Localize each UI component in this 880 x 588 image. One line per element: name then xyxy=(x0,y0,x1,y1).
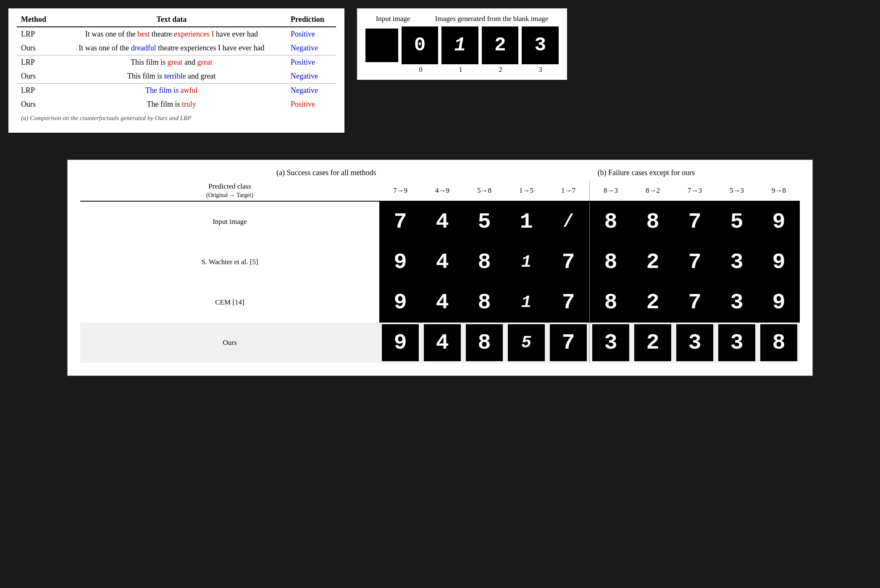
digit-cell: 2 xyxy=(632,282,674,323)
col-8to2: 8→2 xyxy=(632,181,674,201)
image-generation-panel: Input image Images generated from the bl… xyxy=(357,8,567,80)
digit-cell: 3 xyxy=(716,242,758,282)
prediction-cell: Negative xyxy=(286,84,336,98)
image-panel-header: Input image Images generated from the bl… xyxy=(365,15,559,23)
method-cell: LRP xyxy=(17,84,57,98)
method-cell: LRP xyxy=(17,27,57,41)
digit-cell: 5 xyxy=(716,201,758,242)
col-1to5: 1→5 xyxy=(505,181,547,201)
ours-row: Ours 9 4 8 5 7 3 2 3 3 8 xyxy=(80,323,800,363)
table-caption: (a) Comparison on the counterfactuals ge… xyxy=(17,111,336,124)
method-cell: LRP xyxy=(17,55,57,70)
image-labels: 0 1 2 3 xyxy=(365,64,559,74)
digit-cell: 7 xyxy=(674,242,716,282)
text-cell: This film is great and great xyxy=(57,55,286,70)
digit-cell: 8 xyxy=(758,323,800,363)
digit-cell: 9 xyxy=(379,323,421,363)
digit-cell: 8 xyxy=(590,282,632,323)
digit-cell: 8 xyxy=(463,242,505,282)
digit-cell: 8 xyxy=(463,323,505,363)
digit-cell: 7 xyxy=(547,242,590,282)
digit-cell: 8 xyxy=(632,201,674,242)
generated-digit-1: 1 xyxy=(441,26,478,64)
table-row: Ours The film is truly Positive xyxy=(17,97,336,111)
generated-images-label: Images generated from the blank image xyxy=(435,15,549,23)
digit-cell: 4 xyxy=(421,201,463,242)
wachter-row: S. Wachter et al. [5] 9 4 8 1 7 8 2 7 3 … xyxy=(80,242,800,282)
prediction-cell: Positive xyxy=(286,27,336,41)
digit-cell: 9 xyxy=(758,282,800,323)
predicted-class-header: Predicted class (Original → Target) xyxy=(80,181,379,201)
cem-row: CEM [14] 9 4 8 1 7 8 2 7 3 9 xyxy=(80,282,800,323)
input-image-box xyxy=(365,29,398,62)
text-cell: It was one of the dreadful theatre exper… xyxy=(57,41,286,55)
digit-cell: 1 xyxy=(505,242,547,282)
input-image-label: Input image xyxy=(376,15,410,23)
generated-digit-3: 3 xyxy=(522,26,559,64)
method-cell: Ours xyxy=(17,97,57,111)
prediction-cell: Positive xyxy=(286,55,336,70)
digit-cell: 4 xyxy=(421,282,463,323)
digit-cell: 1 xyxy=(505,201,547,242)
table-row: LRP It was one of the best theatre exper… xyxy=(17,27,336,41)
col-prediction: Prediction xyxy=(286,13,336,27)
digit-cell: / xyxy=(547,201,590,242)
digit-label-0: 0 xyxy=(402,66,439,74)
digit-cell: 9 xyxy=(379,282,421,323)
input-image-row-label: Input image xyxy=(80,201,379,242)
input-image-row: Input image 7 4 5 1 / 8 8 7 5 9 xyxy=(80,201,800,242)
digit-label-1: 1 xyxy=(442,66,479,74)
table-caption-row: (a) Comparison on the counterfactuals ge… xyxy=(17,111,336,124)
col-1to7: 1→7 xyxy=(547,181,590,201)
digit-cell: 5 xyxy=(505,323,547,363)
digit-comparison-panel: (a) Success cases for all methods (b) Fa… xyxy=(67,160,813,376)
col-9to8: 9→8 xyxy=(758,181,800,201)
digit-cell: 8 xyxy=(463,282,505,323)
col-7to3: 7→3 xyxy=(674,181,716,201)
text-cell: The film is awful xyxy=(57,84,286,98)
prediction-cell: Positive xyxy=(286,97,336,111)
digit-cell: 4 xyxy=(421,242,463,282)
ours-row-label: Ours xyxy=(80,323,379,363)
table-row: Ours It was one of the dreadful theatre … xyxy=(17,41,336,55)
col-5to3: 5→3 xyxy=(716,181,758,201)
text-comparison-table: Method Text data Prediction LRP It was o… xyxy=(8,8,344,133)
digit-cell: 7 xyxy=(547,323,590,363)
text-cell: The film is truly xyxy=(57,97,286,111)
col-8to3: 8→3 xyxy=(590,181,632,201)
digit-cell: 3 xyxy=(674,323,716,363)
method-cell: Ours xyxy=(17,69,57,84)
digit-cell: 4 xyxy=(421,323,463,363)
section-headers: (a) Success cases for all methods (b) Fa… xyxy=(80,168,800,177)
digit-cell: 3 xyxy=(716,323,758,363)
section-b-label: (b) Failure cases except for ours xyxy=(493,168,800,177)
table-row: LRP This film is great and great Positiv… xyxy=(17,55,336,70)
digit-cell: 5 xyxy=(463,201,505,242)
digit-cell: 3 xyxy=(590,323,632,363)
digit-cell: 7 xyxy=(674,201,716,242)
prediction-cell: Negative xyxy=(286,69,336,84)
table-row: LRP The film is awful Negative xyxy=(17,84,336,98)
digit-cell: 1 xyxy=(505,282,547,323)
text-cell: This film is terrible and great xyxy=(57,69,286,84)
digit-cell: 3 xyxy=(716,282,758,323)
table-row: Ours This film is terrible and great Neg… xyxy=(17,69,336,84)
digit-cell: 2 xyxy=(632,242,674,282)
method-cell: Ours xyxy=(17,41,57,55)
digit-cell: 9 xyxy=(758,242,800,282)
digit-label-2: 2 xyxy=(482,66,519,74)
col-method: Method xyxy=(17,13,57,27)
digit-cell: 7 xyxy=(674,282,716,323)
col-4to9: 4→9 xyxy=(421,181,463,201)
section-a-label: (a) Success cases for all methods xyxy=(173,168,480,177)
digit-cell: 7 xyxy=(379,201,421,242)
image-row: 0 1 2 3 xyxy=(365,26,559,64)
digit-cell: 9 xyxy=(379,242,421,282)
digit-cell: 8 xyxy=(590,201,632,242)
digit-cell: 8 xyxy=(590,242,632,282)
digit-cell: 7 xyxy=(547,282,590,323)
col-text-data: Text data xyxy=(57,13,286,27)
col-7to9: 7→9 xyxy=(379,181,421,201)
text-cell: It was one of the best theatre experienc… xyxy=(57,27,286,41)
col-5to8: 5→8 xyxy=(463,181,505,201)
